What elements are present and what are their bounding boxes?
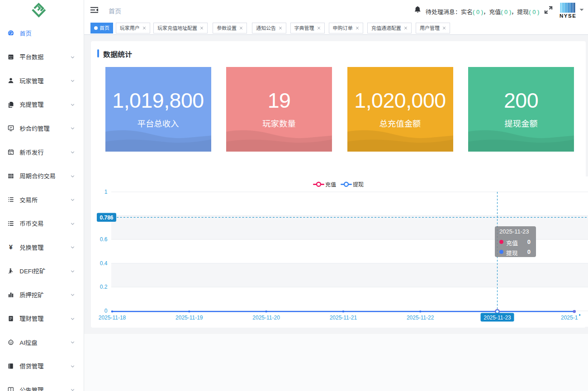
svg-text:0.4: 0.4 <box>100 260 108 267</box>
svg-text:2025-1: 2025-1 <box>561 315 578 321</box>
svg-text:0.6: 0.6 <box>100 236 108 243</box>
svg-text:2025-11-20: 2025-11-20 <box>252 315 280 321</box>
svg-text:充值: 充值 <box>325 181 336 188</box>
svg-text:NYSE: NYSE <box>560 13 576 19</box>
svg-text:2025-11-22: 2025-11-22 <box>407 315 434 321</box>
svg-text:2025-11-18: 2025-11-18 <box>99 315 126 321</box>
svg-text:提现: 提现 <box>353 181 364 188</box>
svg-text:0.786: 0.786 <box>100 215 113 221</box>
svg-text:2025-11-21: 2025-11-21 <box>330 315 357 321</box>
svg-text:2025-11-19: 2025-11-19 <box>175 315 203 321</box>
svg-text:1: 1 <box>104 189 108 195</box>
svg-text:0: 0 <box>104 308 108 314</box>
svg-text:2025-11-23: 2025-11-23 <box>484 315 511 321</box>
svg-text:¥: ¥ <box>9 244 13 250</box>
svg-text:0.2: 0.2 <box>100 284 108 290</box>
